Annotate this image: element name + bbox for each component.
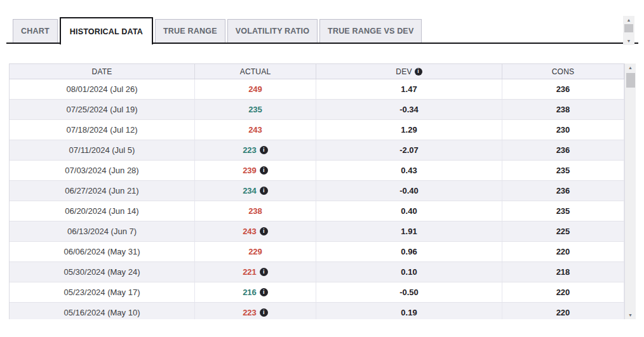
table-row: 08/01/2024 (Jul 26) 249 1.47 236	[10, 79, 624, 100]
table-row: 05/23/2024 (May 17) 216 i -0.50 220	[10, 282, 624, 303]
actual-value: 249	[248, 84, 262, 94]
actual-cell: 239 i	[195, 161, 316, 180]
cons-cell: 235	[502, 161, 624, 180]
cons-cell: 238	[502, 100, 624, 119]
dev-cell: 0.10	[316, 262, 502, 282]
cons-cell: 220	[502, 303, 624, 319]
column-header-dev: DEV i	[316, 64, 502, 79]
tab-true-range[interactable]: TRUE RANGE	[155, 19, 225, 43]
dev-cell: -2.07	[316, 140, 502, 160]
dev-cell: 1.47	[316, 79, 502, 99]
cons-cell: 225	[502, 221, 624, 241]
actual-cell: 223 i	[195, 303, 316, 319]
actual-value: 229	[248, 247, 262, 256]
scroll-down-icon[interactable]: ▼	[625, 311, 636, 319]
table-body: 08/01/2024 (Jul 26) 249 1.47 236 07/25/2…	[10, 79, 624, 319]
dev-cell: 1.91	[316, 221, 502, 241]
column-header-dev-label: DEV	[396, 67, 412, 76]
tabstrip-scrollbar[interactable]: ▲ ▼	[623, 16, 634, 45]
date-cell: 07/18/2024 (Jul 12)	[10, 120, 195, 140]
actual-cell: 238	[195, 201, 316, 221]
dev-cell: -0.40	[316, 181, 502, 201]
date-cell: 06/20/2024 (Jun 14)	[10, 201, 195, 221]
tab-list: CHART HISTORICAL DATA TRUE RANGE VOLATIL…	[13, 0, 422, 44]
actual-value: 234	[243, 186, 257, 195]
dev-info-icon[interactable]: i	[415, 68, 422, 76]
table-row: 07/25/2024 (Jul 19) 235 -0.34 238	[10, 100, 624, 120]
table-scrollbar[interactable]: ▲ ▼	[624, 63, 636, 319]
actual-value: 221	[243, 267, 257, 277]
actual-cell: 216 i	[195, 282, 316, 302]
table-row: 07/03/2024 (Jun 28) 239 i 0.43 235	[10, 161, 624, 181]
column-header-actual: ACTUAL	[195, 64, 316, 79]
info-icon[interactable]: i	[260, 308, 268, 317]
dev-cell: 0.43	[316, 161, 502, 180]
tabstrip-scrollbar-thumb[interactable]	[624, 24, 633, 32]
actual-value: 243	[243, 227, 257, 236]
info-icon[interactable]: i	[260, 166, 268, 175]
scroll-up-icon[interactable]: ▲	[623, 16, 634, 24]
actual-value: 238	[248, 206, 262, 216]
tab-volatility-ratio[interactable]: VOLATILITY RATIO	[227, 19, 318, 43]
tab-strip: CHART HISTORICAL DATA TRUE RANGE VOLATIL…	[0, 0, 644, 44]
scroll-up-icon[interactable]: ▲	[625, 63, 636, 72]
actual-cell: 234 i	[195, 181, 316, 201]
date-cell: 08/01/2024 (Jul 26)	[10, 79, 195, 99]
actual-value: 223	[243, 308, 257, 317]
actual-value: 216	[243, 287, 257, 297]
dev-cell: -0.34	[316, 100, 502, 119]
date-cell: 05/30/2024 (May 24)	[10, 262, 195, 282]
info-icon[interactable]: i	[260, 268, 268, 276]
actual-cell: 229	[195, 242, 316, 261]
actual-cell: 243	[195, 120, 316, 140]
date-cell: 06/27/2024 (Jun 21)	[10, 181, 195, 201]
tab-historical-data[interactable]: HISTORICAL DATA	[60, 17, 153, 44]
cons-cell: 236	[502, 140, 624, 160]
cons-cell: 236	[502, 181, 624, 201]
table-scrollbar-thumb[interactable]	[626, 73, 635, 88]
tab-chart[interactable]: CHART	[13, 19, 58, 43]
actual-value: 243	[248, 125, 262, 135]
date-cell: 07/03/2024 (Jun 28)	[10, 161, 195, 180]
cons-cell: 220	[502, 282, 624, 302]
dev-cell: 0.40	[316, 201, 502, 221]
actual-cell: 221 i	[195, 262, 316, 282]
dev-cell: 0.19	[316, 303, 502, 319]
column-header-cons-label: CONS	[552, 67, 574, 76]
column-header-cons: CONS	[502, 64, 624, 79]
actual-cell: 223 i	[195, 140, 316, 160]
cons-cell: 220	[502, 242, 624, 261]
column-header-date: DATE	[10, 64, 195, 79]
table-row: 06/20/2024 (Jun 14) 238 0.40 235	[10, 201, 624, 221]
table-row: 07/18/2024 (Jul 12) 243 1.29 230	[10, 120, 624, 140]
date-cell: 06/06/2024 (May 31)	[10, 242, 195, 261]
date-cell: 07/25/2024 (Jul 19)	[10, 100, 195, 119]
info-icon[interactable]: i	[260, 187, 268, 195]
dev-cell: 0.96	[316, 242, 502, 261]
table-header-row: DATE ACTUAL DEV i CONS	[10, 63, 624, 79]
cons-cell: 218	[502, 262, 624, 282]
cons-cell: 235	[502, 201, 624, 221]
table-row: 06/13/2024 (Jun 7) 243 i 1.91 225	[10, 221, 624, 242]
actual-cell: 235	[195, 100, 316, 119]
actual-value: 239	[243, 166, 257, 175]
table-row: 07/11/2024 (Jul 5) 223 i -2.07 236	[10, 140, 624, 161]
table-grid: DATE ACTUAL DEV i CONS 08/01/2024 (Jul 2…	[9, 63, 624, 319]
scroll-down-icon[interactable]: ▼	[623, 37, 634, 45]
info-icon[interactable]: i	[260, 227, 268, 235]
tab-true-range-vs-dev[interactable]: TRUE RANGE VS DEV	[319, 19, 422, 43]
historical-data-table: DATE ACTUAL DEV i CONS 08/01/2024 (Jul 2…	[9, 63, 636, 319]
table-row: 06/27/2024 (Jun 21) 234 i -0.40 236	[10, 181, 624, 201]
cons-cell: 236	[502, 79, 624, 99]
table-row: 05/30/2024 (May 24) 221 i 0.10 218	[10, 262, 624, 282]
actual-cell: 243 i	[195, 221, 316, 241]
date-cell: 06/13/2024 (Jun 7)	[10, 221, 195, 241]
cons-cell: 230	[502, 120, 624, 140]
date-cell: 05/23/2024 (May 17)	[10, 282, 195, 302]
column-header-date-label: DATE	[92, 67, 112, 76]
table-row: 05/16/2024 (May 10) 223 i 0.19 220	[10, 303, 624, 319]
actual-value: 235	[248, 105, 262, 114]
info-icon[interactable]: i	[260, 146, 268, 154]
info-icon[interactable]: i	[260, 288, 268, 296]
dev-cell: -0.50	[316, 282, 502, 302]
